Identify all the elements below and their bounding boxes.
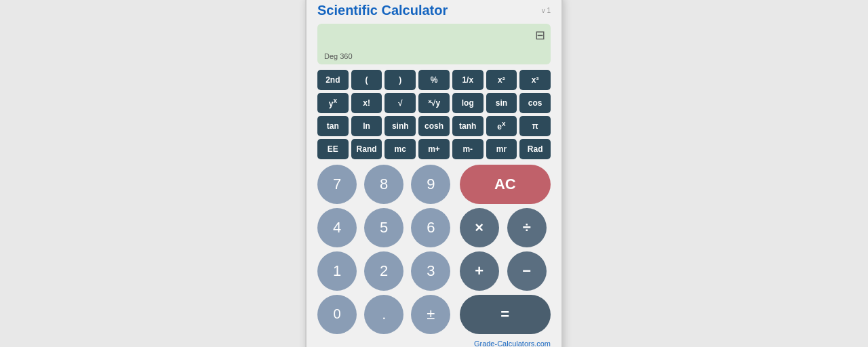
operator-grid: AC × ÷ + − = <box>460 165 551 334</box>
btn-multiply[interactable]: × <box>460 208 499 247</box>
btn-yx[interactable]: yx <box>317 93 349 113</box>
btn-ee[interactable]: EE <box>317 139 349 159</box>
btn-ac[interactable]: AC <box>460 165 551 204</box>
main-pad: 7 8 9 4 5 6 1 2 3 0 . ± AC × ÷ + − = <box>317 165 551 334</box>
btn-cos[interactable]: cos <box>519 93 551 113</box>
btn-ln[interactable]: ln <box>351 116 382 136</box>
display-mode: Deg 360 <box>324 52 544 60</box>
display-screen <box>324 29 544 51</box>
btn-7[interactable]: 7 <box>317 165 357 204</box>
btn-sin[interactable]: sin <box>486 93 517 113</box>
btn-4[interactable]: 4 <box>317 208 357 247</box>
number-grid: 7 8 9 4 5 6 1 2 3 0 . ± <box>317 165 454 334</box>
btn-divide[interactable]: ÷ <box>507 208 547 247</box>
btn-tan[interactable]: tan <box>317 116 349 136</box>
display-area: ⊟ Deg 360 <box>317 24 551 64</box>
sci-row-1: 2nd ( ) % 1/x x² x³ <box>317 70 551 90</box>
btn-ex[interactable]: ex <box>486 116 517 136</box>
btn-cube[interactable]: x³ <box>519 70 551 90</box>
btn-2[interactable]: 2 <box>364 251 403 291</box>
btn-percent[interactable]: % <box>418 70 450 90</box>
btn-mr[interactable]: mr <box>486 139 517 159</box>
btn-tanh[interactable]: tanh <box>452 116 484 136</box>
btn-8[interactable]: 8 <box>364 165 403 204</box>
btn-plus[interactable]: + <box>460 251 499 291</box>
btn-equals[interactable]: = <box>460 295 551 334</box>
app-title: Scientific Calculator <box>317 3 448 18</box>
sci-row-4: EE Rand mc m+ m- mr Rad <box>317 139 551 159</box>
btn-decimal[interactable]: . <box>364 295 403 334</box>
btn-rad[interactable]: Rad <box>519 139 551 159</box>
btn-plusminus[interactable]: ± <box>411 295 450 334</box>
btn-close-paren[interactable]: ) <box>384 70 416 90</box>
btn-mc[interactable]: mc <box>384 139 416 159</box>
btn-9[interactable]: 9 <box>411 165 450 204</box>
title-row: Scientific Calculator v 1 <box>317 3 551 18</box>
btn-3[interactable]: 3 <box>411 251 450 291</box>
btn-cosh[interactable]: cosh <box>418 116 450 136</box>
btn-open-paren[interactable]: ( <box>351 70 382 90</box>
btn-rand[interactable]: Rand <box>351 139 382 159</box>
sci-row-3: tan ln sinh cosh tanh ex π <box>317 116 551 136</box>
btn-sinh[interactable]: sinh <box>384 116 416 136</box>
btn-reciprocal[interactable]: 1/x <box>452 70 484 90</box>
btn-minus[interactable]: − <box>507 251 547 291</box>
btn-square[interactable]: x² <box>486 70 517 90</box>
btn-xrooty[interactable]: ˣ√y <box>418 93 450 113</box>
sci-row-2: yx x! √ ˣ√y log sin cos <box>317 93 551 113</box>
btn-mminus[interactable]: m- <box>452 139 484 159</box>
footer-link-text: Grade-Calculators.com <box>474 340 551 348</box>
display-icon: ⊟ <box>535 28 545 43</box>
btn-5[interactable]: 5 <box>364 208 403 247</box>
footer-link[interactable]: Grade-Calculators.com <box>317 340 551 348</box>
version-label: v 1 <box>542 7 551 14</box>
btn-0[interactable]: 0 <box>317 295 357 334</box>
btn-factorial[interactable]: x! <box>351 93 382 113</box>
btn-mplus[interactable]: m+ <box>418 139 450 159</box>
calculator: Scientific Calculator v 1 ⊟ Deg 360 2nd … <box>305 0 563 347</box>
btn-sqrt[interactable]: √ <box>384 93 416 113</box>
btn-1[interactable]: 1 <box>317 251 357 291</box>
btn-2nd[interactable]: 2nd <box>317 70 349 90</box>
btn-log[interactable]: log <box>452 93 484 113</box>
btn-pi[interactable]: π <box>519 116 551 136</box>
scientific-buttons: 2nd ( ) % 1/x x² x³ yx x! √ ˣ√y log sin … <box>317 70 551 159</box>
btn-6[interactable]: 6 <box>411 208 450 247</box>
